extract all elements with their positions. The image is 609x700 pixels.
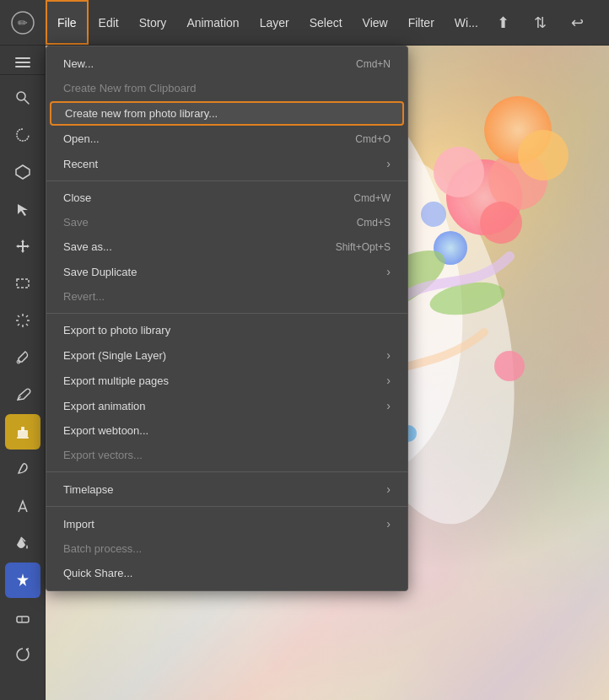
svg-line-3 [24, 100, 29, 104]
separator-2 [46, 313, 407, 314]
svg-rect-18 [17, 437, 29, 439]
tool-blend[interactable] [5, 451, 40, 487]
undo-button[interactable]: ↩ [563, 8, 593, 38]
menu-item-export-photo[interactable]: Export to photo library [46, 318, 407, 342]
svg-rect-16 [18, 430, 28, 437]
tool-stamp[interactable] [5, 414, 40, 450]
menu-view[interactable]: View [353, 0, 398, 45]
menu-item-import[interactable]: Import › [46, 511, 407, 536]
menu-item-open[interactable]: Open... Cmd+O [46, 127, 407, 151]
hamburger-menu[interactable] [15, 57, 30, 67]
app-logo: ✏ [0, 0, 46, 46]
file-dropdown-menu: New... Cmd+N Create New from Clipboard C… [46, 46, 408, 591]
menu-item-batch[interactable]: Batch process... [46, 536, 407, 561]
toolbar-sidebar [0, 46, 46, 700]
redo-button[interactable]: ↪ [600, 8, 609, 38]
tool-eraser[interactable] [5, 600, 40, 635]
svg-point-37 [421, 202, 446, 227]
menu-item-timelapse[interactable]: Timelapse › [46, 477, 407, 502]
tool-cursor[interactable] [5, 191, 40, 227]
upload-button[interactable]: ⬆ [488, 8, 519, 38]
menu-filter[interactable]: Filter [398, 0, 445, 45]
menu-item-save-as[interactable]: Save as... Shift+Opt+S [46, 234, 407, 259]
menu-item-revert[interactable]: Revert... [46, 284, 407, 309]
menu-item-quick-share[interactable]: Quick Share... [46, 561, 407, 585]
menu-item-export-webtoon[interactable]: Export webtoon... [46, 418, 407, 443]
tool-magic-wand[interactable] [5, 303, 40, 338]
separator-4 [46, 506, 407, 507]
tool-vector-pen[interactable] [5, 488, 40, 524]
svg-marker-21 [17, 573, 29, 586]
menu-file[interactable]: File [46, 0, 89, 45]
menu-item-create-photo[interactable]: Create new from photo library... [50, 101, 404, 126]
svg-line-13 [18, 324, 19, 326]
svg-rect-5 [17, 279, 29, 288]
svg-point-33 [480, 202, 522, 244]
menu-animation[interactable]: Animation [176, 0, 249, 45]
svg-point-35 [518, 130, 569, 180]
svg-point-32 [434, 147, 484, 197]
menu-item-export-multi[interactable]: Export multiple pages › [46, 368, 407, 393]
tool-color-pick[interactable] [5, 637, 40, 672]
svg-line-10 [18, 315, 19, 317]
separator-1 [46, 180, 407, 181]
menu-item-close[interactable]: Close Cmd+W [46, 186, 407, 210]
menu-item-new[interactable]: New... Cmd+N [46, 51, 407, 76]
menu-item-save[interactable]: Save Cmd+S [46, 210, 407, 234]
menu-right-controls: ⬆ ⇅ ↩ ↪ [488, 8, 609, 38]
menu-item-save-duplicate[interactable]: Save Duplicate › [46, 259, 407, 284]
svg-line-12 [26, 315, 28, 317]
tool-lasso[interactable] [5, 117, 40, 153]
menu-layer[interactable]: Layer [250, 0, 299, 45]
tool-special[interactable] [5, 563, 40, 598]
menu-bar: ✏ File Edit Story Animation Layer Select… [0, 0, 609, 46]
expand-button[interactable]: ⇅ [525, 8, 556, 38]
svg-marker-4 [16, 165, 30, 179]
svg-rect-22 [17, 617, 29, 622]
menu-item-recent[interactable]: Recent › [46, 151, 407, 176]
menu-item-export-anim[interactable]: Export animation › [46, 393, 407, 418]
tool-search[interactable] [5, 80, 40, 116]
tool-fill[interactable] [5, 525, 40, 561]
menu-item-export-vectors[interactable]: Export vectors... [46, 443, 407, 467]
separator-3 [46, 471, 407, 472]
svg-line-11 [26, 324, 28, 326]
menu-story[interactable]: Story [129, 0, 177, 45]
tool-pen[interactable] [5, 377, 40, 412]
tool-shape[interactable] [5, 154, 40, 190]
tool-rect-select[interactable] [5, 266, 40, 301]
svg-point-44 [494, 351, 525, 381]
menu-items: File Edit Story Animation Layer Select V… [46, 0, 488, 45]
menu-item-export-single[interactable]: Export (Single Layer) › [46, 342, 407, 368]
sidebar-top [0, 51, 45, 75]
menu-edit[interactable]: Edit [89, 0, 129, 45]
menu-select[interactable]: Select [299, 0, 353, 45]
svg-text:✏: ✏ [18, 16, 28, 30]
svg-line-24 [26, 649, 29, 649]
svg-rect-17 [21, 427, 24, 431]
tool-move[interactable] [5, 229, 40, 264]
menu-item-create-clipboard[interactable]: Create New from Clipboard [46, 76, 407, 100]
menu-window[interactable]: Wi... [445, 0, 488, 45]
tool-eyedropper[interactable] [5, 340, 40, 375]
